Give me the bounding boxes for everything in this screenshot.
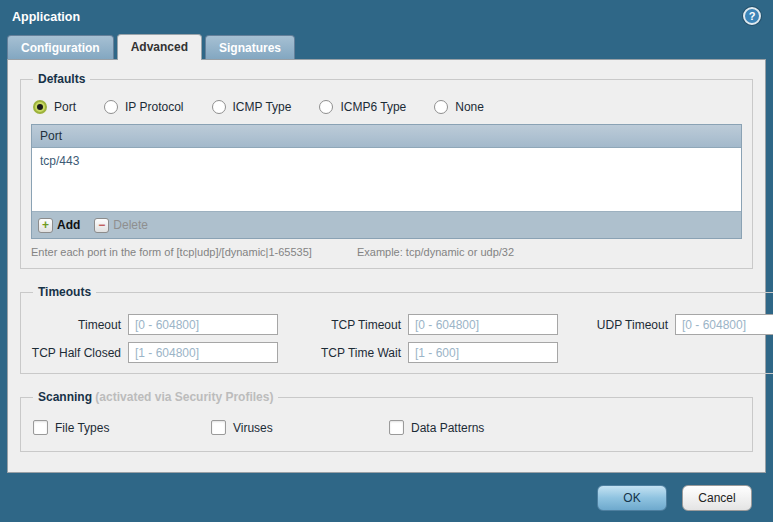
scanning-legend-note: (activated via Security Profiles) [95, 390, 273, 404]
port-table-toolbar: + Add − Delete [32, 211, 741, 238]
file-types-label: File Types [55, 421, 109, 435]
viruses-label: Viruses [233, 421, 273, 435]
udp-timeout-input[interactable] [675, 314, 773, 335]
timeout-input[interactable] [128, 314, 278, 335]
dialog-footer: OK Cancel [0, 473, 773, 522]
tab-signatures[interactable]: Signatures [205, 35, 295, 59]
radio-ip-protocol-control[interactable] [104, 100, 118, 114]
dialog-title: Application [12, 10, 80, 24]
tcp-half-closed-label: TCP Half Closed [31, 346, 121, 360]
delete-button-label: Delete [113, 218, 148, 232]
tcp-time-wait-field-group: TCP Time Wait [306, 342, 558, 363]
scanning-legend-text: Scanning [38, 390, 92, 404]
ok-button[interactable]: OK [597, 485, 667, 511]
radio-icmp6-type-control[interactable] [319, 100, 333, 114]
data-patterns-label: Data Patterns [411, 421, 484, 435]
radio-port-label: Port [54, 100, 76, 114]
data-patterns-checkbox[interactable] [389, 420, 404, 435]
scanning-section: Scanning (activated via Security Profile… [20, 390, 753, 452]
timeouts-row-1: Timeout TCP Timeout UDP Timeout [31, 314, 773, 335]
data-patterns-checkbox-item[interactable]: Data Patterns [389, 420, 567, 435]
timeouts-legend: Timeouts [33, 285, 96, 299]
add-button-label: Add [57, 218, 80, 232]
radio-none-label: None [455, 100, 484, 114]
port-format-hint: Enter each port in the form of [tcp|udp]… [31, 246, 742, 258]
scanning-checkbox-group: File Types Viruses Data Patterns [33, 420, 740, 435]
cancel-button[interactable]: Cancel [682, 485, 752, 511]
file-types-checkbox[interactable] [33, 420, 48, 435]
scanning-legend: Scanning (activated via Security Profile… [33, 390, 278, 404]
viruses-checkbox[interactable] [211, 420, 226, 435]
port-table-header[interactable]: Port [32, 125, 741, 148]
radio-ip-protocol-label: IP Protocol [125, 100, 183, 114]
tcp-time-wait-label: TCP Time Wait [306, 346, 401, 360]
radio-icmp-type-control[interactable] [212, 100, 226, 114]
timeouts-row-2: TCP Half Closed TCP Time Wait [31, 342, 773, 363]
viruses-checkbox-item[interactable]: Viruses [211, 420, 389, 435]
defaults-legend: Defaults [33, 72, 90, 86]
default-type-radio-group: Port IP Protocol ICMP Type ICMP6 Type No… [33, 100, 740, 114]
timeouts-section: Timeouts Timeout TCP Timeout UDP Timeout… [20, 285, 773, 374]
tcp-half-closed-field-group: TCP Half Closed [31, 342, 278, 363]
tab-advanced[interactable]: Advanced [117, 34, 202, 60]
udp-timeout-field-group: UDP Timeout [586, 314, 773, 335]
file-types-checkbox-item[interactable]: File Types [33, 420, 211, 435]
tab-configuration[interactable]: Configuration [7, 35, 114, 59]
radio-icmp6-type[interactable]: ICMP6 Type [319, 100, 406, 114]
timeout-label: Timeout [31, 318, 121, 332]
add-plus-icon: + [38, 218, 53, 233]
advanced-tab-panel: Defaults Port IP Protocol ICMP Type ICMP… [7, 59, 766, 473]
radio-icmp-type-label: ICMP Type [233, 100, 292, 114]
radio-icmp-type[interactable]: ICMP Type [212, 100, 292, 114]
radio-port[interactable]: Port [33, 100, 76, 114]
port-column-header: Port [40, 129, 62, 143]
radio-icmp6-type-label: ICMP6 Type [340, 100, 406, 114]
radio-port-control[interactable] [33, 100, 47, 114]
tcp-half-closed-input[interactable] [128, 342, 278, 363]
table-row[interactable]: tcp/443 [32, 148, 741, 174]
delete-button[interactable]: − Delete [94, 218, 148, 233]
hint-example-text: Example: tcp/dynamic or udp/32 [357, 246, 514, 258]
defaults-section: Defaults Port IP Protocol ICMP Type ICMP… [20, 72, 753, 269]
delete-minus-icon: − [94, 218, 109, 233]
tabstrip: Configuration Advanced Signatures [7, 34, 773, 59]
tcp-timeout-label: TCP Timeout [306, 318, 401, 332]
tcp-timeout-field-group: TCP Timeout [306, 314, 558, 335]
hint-text: Enter each port in the form of [tcp|udp]… [31, 246, 312, 258]
tcp-timeout-input[interactable] [408, 314, 558, 335]
timeout-field-group: Timeout [31, 314, 278, 335]
radio-none-control[interactable] [434, 100, 448, 114]
udp-timeout-label: UDP Timeout [586, 318, 668, 332]
help-icon[interactable]: ? [743, 7, 761, 25]
dialog-titlebar: Application ? [0, 0, 773, 34]
radio-none[interactable]: None [434, 100, 484, 114]
tcp-time-wait-input[interactable] [408, 342, 558, 363]
port-table: Port tcp/443 + Add − Delete [31, 124, 742, 239]
add-button[interactable]: + Add [38, 218, 80, 233]
radio-ip-protocol[interactable]: IP Protocol [104, 100, 183, 114]
port-table-body: tcp/443 [32, 148, 741, 211]
